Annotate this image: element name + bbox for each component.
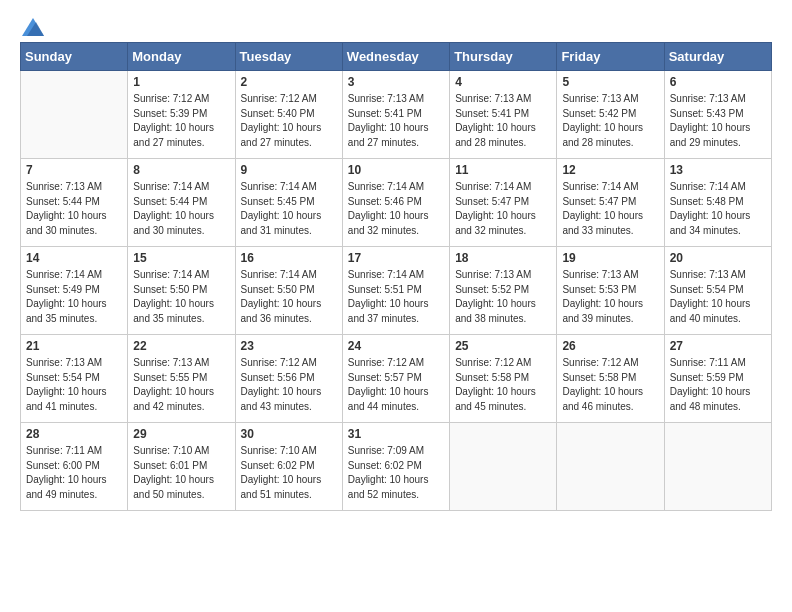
calendar-cell: 14Sunrise: 7:14 AMSunset: 5:49 PMDayligh… [21,247,128,335]
calendar-cell: 29Sunrise: 7:10 AMSunset: 6:01 PMDayligh… [128,423,235,511]
day-number: 6 [670,75,766,89]
day-number: 8 [133,163,229,177]
day-number: 13 [670,163,766,177]
calendar-cell: 17Sunrise: 7:14 AMSunset: 5:51 PMDayligh… [342,247,449,335]
day-info: Sunrise: 7:14 AMSunset: 5:51 PMDaylight:… [348,268,444,326]
day-number: 12 [562,163,658,177]
day-info: Sunrise: 7:11 AMSunset: 5:59 PMDaylight:… [670,356,766,414]
day-number: 7 [26,163,122,177]
calendar-cell: 26Sunrise: 7:12 AMSunset: 5:58 PMDayligh… [557,335,664,423]
logo-icon [22,18,44,36]
day-info: Sunrise: 7:14 AMSunset: 5:45 PMDaylight:… [241,180,337,238]
day-info: Sunrise: 7:13 AMSunset: 5:53 PMDaylight:… [562,268,658,326]
calendar-cell: 21Sunrise: 7:13 AMSunset: 5:54 PMDayligh… [21,335,128,423]
page-header [20,20,772,32]
day-number: 4 [455,75,551,89]
calendar-cell: 16Sunrise: 7:14 AMSunset: 5:50 PMDayligh… [235,247,342,335]
day-number: 25 [455,339,551,353]
day-number: 27 [670,339,766,353]
day-info: Sunrise: 7:14 AMSunset: 5:49 PMDaylight:… [26,268,122,326]
calendar-cell: 5Sunrise: 7:13 AMSunset: 5:42 PMDaylight… [557,71,664,159]
day-info: Sunrise: 7:10 AMSunset: 6:01 PMDaylight:… [133,444,229,502]
day-number: 29 [133,427,229,441]
day-of-week-header: Tuesday [235,43,342,71]
calendar-cell: 25Sunrise: 7:12 AMSunset: 5:58 PMDayligh… [450,335,557,423]
day-number: 14 [26,251,122,265]
day-info: Sunrise: 7:09 AMSunset: 6:02 PMDaylight:… [348,444,444,502]
calendar-cell: 23Sunrise: 7:12 AMSunset: 5:56 PMDayligh… [235,335,342,423]
day-info: Sunrise: 7:14 AMSunset: 5:50 PMDaylight:… [241,268,337,326]
calendar-cell: 30Sunrise: 7:10 AMSunset: 6:02 PMDayligh… [235,423,342,511]
calendar-table: SundayMondayTuesdayWednesdayThursdayFrid… [20,42,772,511]
day-info: Sunrise: 7:14 AMSunset: 5:46 PMDaylight:… [348,180,444,238]
calendar-cell: 3Sunrise: 7:13 AMSunset: 5:41 PMDaylight… [342,71,449,159]
day-info: Sunrise: 7:13 AMSunset: 5:52 PMDaylight:… [455,268,551,326]
day-number: 20 [670,251,766,265]
calendar-cell: 10Sunrise: 7:14 AMSunset: 5:46 PMDayligh… [342,159,449,247]
day-of-week-header: Friday [557,43,664,71]
day-number: 24 [348,339,444,353]
day-of-week-header: Wednesday [342,43,449,71]
day-info: Sunrise: 7:13 AMSunset: 5:54 PMDaylight:… [26,356,122,414]
calendar-week-row: 28Sunrise: 7:11 AMSunset: 6:00 PMDayligh… [21,423,772,511]
day-number: 31 [348,427,444,441]
day-info: Sunrise: 7:11 AMSunset: 6:00 PMDaylight:… [26,444,122,502]
day-info: Sunrise: 7:14 AMSunset: 5:44 PMDaylight:… [133,180,229,238]
calendar-week-row: 21Sunrise: 7:13 AMSunset: 5:54 PMDayligh… [21,335,772,423]
day-info: Sunrise: 7:13 AMSunset: 5:54 PMDaylight:… [670,268,766,326]
day-number: 28 [26,427,122,441]
calendar-cell: 6Sunrise: 7:13 AMSunset: 5:43 PMDaylight… [664,71,771,159]
calendar-cell: 11Sunrise: 7:14 AMSunset: 5:47 PMDayligh… [450,159,557,247]
day-number: 26 [562,339,658,353]
day-info: Sunrise: 7:13 AMSunset: 5:41 PMDaylight:… [348,92,444,150]
day-info: Sunrise: 7:14 AMSunset: 5:50 PMDaylight:… [133,268,229,326]
day-number: 19 [562,251,658,265]
logo [20,20,44,32]
calendar-cell: 20Sunrise: 7:13 AMSunset: 5:54 PMDayligh… [664,247,771,335]
calendar-week-row: 1Sunrise: 7:12 AMSunset: 5:39 PMDaylight… [21,71,772,159]
calendar-cell: 1Sunrise: 7:12 AMSunset: 5:39 PMDaylight… [128,71,235,159]
calendar-cell: 12Sunrise: 7:14 AMSunset: 5:47 PMDayligh… [557,159,664,247]
calendar-cell: 8Sunrise: 7:14 AMSunset: 5:44 PMDaylight… [128,159,235,247]
calendar-header-row: SundayMondayTuesdayWednesdayThursdayFrid… [21,43,772,71]
day-number: 15 [133,251,229,265]
day-info: Sunrise: 7:12 AMSunset: 5:39 PMDaylight:… [133,92,229,150]
calendar-week-row: 7Sunrise: 7:13 AMSunset: 5:44 PMDaylight… [21,159,772,247]
calendar-cell: 24Sunrise: 7:12 AMSunset: 5:57 PMDayligh… [342,335,449,423]
calendar-cell: 9Sunrise: 7:14 AMSunset: 5:45 PMDaylight… [235,159,342,247]
day-info: Sunrise: 7:13 AMSunset: 5:44 PMDaylight:… [26,180,122,238]
calendar-cell [664,423,771,511]
calendar-cell: 15Sunrise: 7:14 AMSunset: 5:50 PMDayligh… [128,247,235,335]
day-number: 9 [241,163,337,177]
day-number: 1 [133,75,229,89]
day-info: Sunrise: 7:12 AMSunset: 5:58 PMDaylight:… [455,356,551,414]
calendar-cell: 19Sunrise: 7:13 AMSunset: 5:53 PMDayligh… [557,247,664,335]
day-number: 30 [241,427,337,441]
day-of-week-header: Thursday [450,43,557,71]
day-number: 17 [348,251,444,265]
day-info: Sunrise: 7:13 AMSunset: 5:41 PMDaylight:… [455,92,551,150]
day-info: Sunrise: 7:13 AMSunset: 5:42 PMDaylight:… [562,92,658,150]
day-number: 23 [241,339,337,353]
day-info: Sunrise: 7:13 AMSunset: 5:43 PMDaylight:… [670,92,766,150]
day-number: 5 [562,75,658,89]
calendar-cell: 13Sunrise: 7:14 AMSunset: 5:48 PMDayligh… [664,159,771,247]
day-number: 18 [455,251,551,265]
day-of-week-header: Saturday [664,43,771,71]
day-of-week-header: Sunday [21,43,128,71]
calendar-cell [450,423,557,511]
day-number: 3 [348,75,444,89]
calendar-cell: 2Sunrise: 7:12 AMSunset: 5:40 PMDaylight… [235,71,342,159]
day-info: Sunrise: 7:14 AMSunset: 5:47 PMDaylight:… [455,180,551,238]
day-number: 16 [241,251,337,265]
day-number: 21 [26,339,122,353]
calendar-cell: 4Sunrise: 7:13 AMSunset: 5:41 PMDaylight… [450,71,557,159]
calendar-cell [21,71,128,159]
calendar-cell: 22Sunrise: 7:13 AMSunset: 5:55 PMDayligh… [128,335,235,423]
day-info: Sunrise: 7:12 AMSunset: 5:58 PMDaylight:… [562,356,658,414]
day-info: Sunrise: 7:12 AMSunset: 5:57 PMDaylight:… [348,356,444,414]
day-info: Sunrise: 7:14 AMSunset: 5:48 PMDaylight:… [670,180,766,238]
day-info: Sunrise: 7:12 AMSunset: 5:40 PMDaylight:… [241,92,337,150]
day-number: 2 [241,75,337,89]
day-number: 22 [133,339,229,353]
